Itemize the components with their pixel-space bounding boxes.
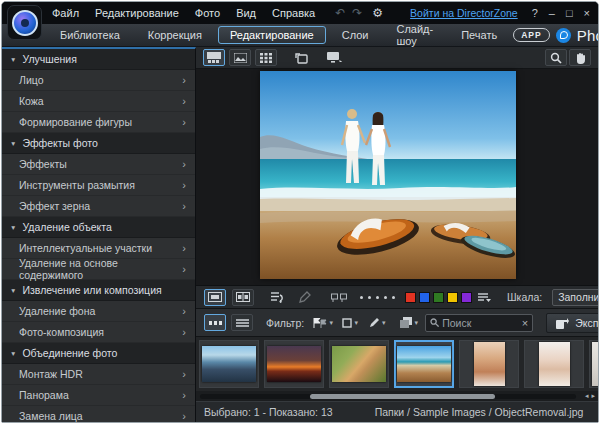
sidebar-item-face-swap[interactable]: Замена лица› xyxy=(2,406,195,422)
minimize-icon[interactable]: – xyxy=(549,7,555,19)
photo-canvas[interactable] xyxy=(196,69,598,285)
chevron-down-icon: ▾ xyxy=(382,319,386,327)
collapse-triangle-icon: ▼ xyxy=(10,350,16,357)
section-merge-photos[interactable]: ▼ Объединение фото xyxy=(2,343,195,364)
chevron-right-icon: › xyxy=(182,159,186,169)
swatch-green[interactable] xyxy=(433,292,444,303)
thumbnail-sunset[interactable] xyxy=(264,340,324,388)
sidebar-item-smart-patch[interactable]: Интеллектуальные участки› xyxy=(2,238,195,259)
thumbnail-scrollbar: ◂ ▸ xyxy=(196,391,598,401)
edit-tools-sidebar: ▼ Улучшения Лицо› Кожа› Формирование фиг… xyxy=(2,47,196,422)
maximize-icon[interactable]: □ xyxy=(566,7,573,19)
menu-help[interactable]: Справка xyxy=(264,2,323,24)
single-view-button[interactable] xyxy=(229,49,251,66)
thumbnail-beach-couple-selected[interactable] xyxy=(394,340,454,388)
thumbnail-cat[interactable] xyxy=(329,340,389,388)
signin-directorzone-link[interactable]: Войти на DirectorZone xyxy=(410,7,518,19)
search-box: × xyxy=(425,314,533,332)
tab-print[interactable]: Печать xyxy=(449,26,509,44)
photo-preview xyxy=(260,71,516,279)
thumbnail-view-button[interactable] xyxy=(204,314,226,331)
swatch-purple[interactable] xyxy=(461,292,472,303)
scrollbar-track[interactable] xyxy=(200,394,576,399)
tab-adjustment[interactable]: Коррекция xyxy=(136,26,214,44)
menu-file[interactable]: Файл xyxy=(44,2,87,24)
app-badge[interactable]: APP xyxy=(513,28,549,42)
tab-layers[interactable]: Слои xyxy=(330,26,381,44)
zoom-tool-button[interactable] xyxy=(545,49,567,66)
export-button[interactable]: Экспорт... xyxy=(546,313,599,333)
chevron-right-icon: › xyxy=(182,306,186,316)
aperture-icon xyxy=(12,10,38,36)
swatch-red[interactable] xyxy=(405,292,416,303)
hand-tool-button[interactable] xyxy=(569,49,591,66)
menu-view[interactable]: Вид xyxy=(228,2,264,24)
sidebar-item-skin[interactable]: Кожа› xyxy=(2,91,195,112)
undo-icon[interactable]: ↶ xyxy=(335,6,345,20)
brush-size-dots[interactable] xyxy=(356,296,399,299)
sidebar-item-grain-effect[interactable]: Эффект зерна› xyxy=(2,196,195,217)
tags-icon[interactable] xyxy=(328,289,350,306)
clear-search-icon[interactable]: × xyxy=(522,317,528,329)
chevron-right-icon: › xyxy=(182,369,186,379)
filmstrip-view-button[interactable] xyxy=(203,49,225,66)
redo-icon[interactable]: ↷ xyxy=(352,6,362,20)
scroll-left-icon[interactable]: ◂ xyxy=(585,392,589,400)
chevron-right-icon: › xyxy=(182,75,186,85)
browser-filter-bar: Фильтр: ▾ ▾ ▾ ▾ xyxy=(196,309,598,337)
tab-edit[interactable]: Редактирование xyxy=(218,26,326,44)
collapse-triangle-icon: ▼ xyxy=(10,224,16,231)
flag-filter-dropdown[interactable]: ▾ xyxy=(312,314,334,331)
thumbnail-partial[interactable] xyxy=(589,340,598,388)
section-object-removal[interactable]: ▼ Удаление объекта xyxy=(2,217,195,238)
help-icon[interactable]: ? xyxy=(532,7,538,19)
sidebar-item-content-aware-removal[interactable]: Удаление на основе содержимого› xyxy=(2,259,195,280)
tab-library[interactable]: Библиотека xyxy=(48,26,132,44)
sidebar-item-body-shaper[interactable]: Формирование фигуры› xyxy=(2,112,195,133)
sidebar-item-background-removal[interactable]: Удаление фона› xyxy=(2,301,195,322)
menu-bar: Файл Редактирование Фото Вид Справка ↶ ↷… xyxy=(2,2,598,24)
thumbnail-woman-portrait[interactable] xyxy=(459,340,519,388)
search-input[interactable] xyxy=(442,317,519,329)
dual-display-icon[interactable] xyxy=(323,49,345,66)
chevron-right-icon: › xyxy=(182,243,186,253)
rating-filter-dropdown[interactable]: ▾ xyxy=(366,314,388,331)
mask-color-swatches xyxy=(405,292,472,303)
section-photo-effects[interactable]: ▼ Эффекты фото xyxy=(2,133,195,154)
sidebar-item-photo-composer[interactable]: Фото-композиция› xyxy=(2,322,195,343)
split-compare-button[interactable] xyxy=(232,289,254,306)
sidebar-item-effects[interactable]: Эффекты› xyxy=(2,154,195,175)
sidebar-item-blur-tools[interactable]: Инструменты размытия› xyxy=(2,175,195,196)
view-options-menu-icon[interactable] xyxy=(478,293,491,302)
tab-slideshow[interactable]: Слайд-шоу xyxy=(384,20,445,50)
edit-toolbar: Шкала: Заполнить ▼ xyxy=(196,285,598,309)
scale-label: Шкала: xyxy=(507,291,542,303)
grid-view-button[interactable] xyxy=(255,49,277,66)
gear-icon[interactable]: ⚙ xyxy=(372,6,383,20)
collapse-triangle-icon: ▼ xyxy=(10,140,16,147)
scrollbar-thumb[interactable] xyxy=(310,394,495,399)
sidebar-item-hdr[interactable]: Монтаж HDR› xyxy=(2,364,195,385)
swatch-blue[interactable] xyxy=(419,292,430,303)
scale-dropdown[interactable]: Заполнить ▼ xyxy=(552,289,599,306)
menu-edit[interactable]: Редактирование xyxy=(87,2,187,24)
scroll-right-icon[interactable]: ▸ xyxy=(591,392,595,400)
sidebar-item-panorama[interactable]: Панорама› xyxy=(2,385,195,406)
sidebar-item-face[interactable]: Лицо› xyxy=(2,70,195,91)
status-bar: Выбрано: 1 - Показано: 13 Папки / Sample… xyxy=(196,401,598,422)
section-enhance[interactable]: ▼ Улучшения xyxy=(2,49,195,70)
close-icon[interactable]: × xyxy=(584,7,590,19)
list-view-button[interactable] xyxy=(231,314,253,331)
thumbnail-mountain-lake[interactable] xyxy=(199,340,259,388)
single-compare-button[interactable] xyxy=(204,289,226,306)
history-icon[interactable] xyxy=(266,289,288,306)
thumbnail-laughing-woman[interactable] xyxy=(524,340,584,388)
brush-icon-disabled xyxy=(294,289,316,306)
rotate-icon[interactable] xyxy=(291,49,313,66)
stack-filter-dropdown[interactable]: ▾ xyxy=(398,314,420,331)
menu-photo[interactable]: Фото xyxy=(187,2,228,24)
section-extract-compose[interactable]: ▼ Извлечение или композиция xyxy=(2,280,195,301)
swatch-yellow[interactable] xyxy=(447,292,458,303)
chevron-down-icon: ▾ xyxy=(414,319,418,327)
label-filter-dropdown[interactable]: ▾ xyxy=(339,314,361,331)
